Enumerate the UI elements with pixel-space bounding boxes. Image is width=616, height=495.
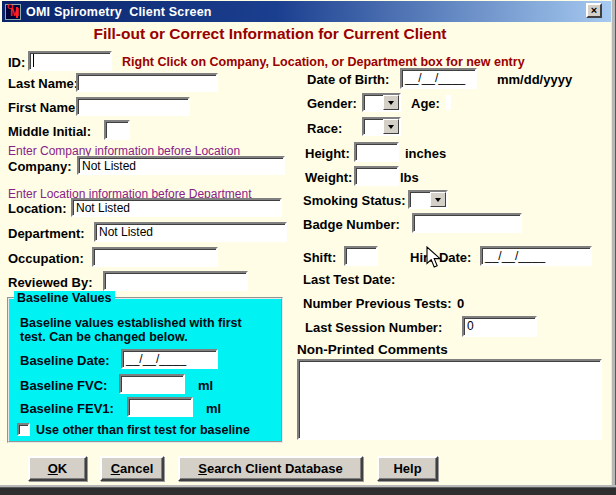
baseline-fev1-unit: ml [206,401,221,416]
department-label: Department: [8,226,85,241]
occupation-label: Occupation: [8,251,84,266]
hire-date-input[interactable]: __/__/____ [480,246,592,266]
chevron-down-icon [388,125,394,132]
cancel-button-label: Cancel [102,461,162,476]
app-icon: O M [5,4,21,20]
help-button-label: Help [379,461,436,476]
baseline-checkbox[interactable] [17,423,30,436]
baseline-date-input[interactable]: __/__/____ [121,349,218,369]
ok-button-label: OK [30,461,85,476]
age-label: Age: [411,96,440,111]
baseline-checkbox-label[interactable]: Use other than first test for baseline [36,423,250,437]
race-dropdown-value [364,119,383,134]
smoking-status-label: Smoking Status: [303,193,406,208]
search-button-label: Search Client Database [180,461,361,476]
page-title: Fill-out or Correct Information for Curr… [0,25,540,43]
last-session-label: Last Session Number: [305,320,442,335]
baseline-description-line1: Baseline values established with first [20,316,242,330]
comments-label: Non-Printed Comments [297,342,448,357]
race-label: Race: [307,121,342,136]
weight-input[interactable] [354,166,399,186]
mouse-cursor-icon [426,246,442,269]
weight-unit-label: lbs [400,170,419,185]
prev-tests-label: Number Previous Tests: [303,296,452,311]
client-screen-dialog: O M OMI Spirometry Client Screen × Fill-… [0,0,616,495]
dob-input[interactable]: __/__/____ [400,68,477,89]
location-input[interactable]: Not Listed [71,198,282,217]
close-button[interactable]: × [586,3,602,18]
smoking-status-dropdown[interactable] [408,190,448,209]
height-input[interactable] [354,142,399,162]
smoking-status-dropdown-button[interactable] [430,192,446,207]
ok-button[interactable]: OK [28,456,87,481]
location-label: Location: [8,201,67,216]
gender-dropdown-value [364,95,383,110]
department-input[interactable]: Not Listed [94,222,287,242]
middle-initial-input[interactable] [104,120,130,140]
last-session-input[interactable]: 0 [462,316,537,337]
baseline-fev1-label: Baseline FEV1: [20,401,114,416]
badge-number-input[interactable] [412,213,522,233]
close-icon: × [591,5,597,16]
height-unit-label: inches [405,146,446,161]
baseline-fvc-unit: ml [198,378,213,393]
gender-dropdown[interactable] [362,93,401,112]
dob-format-label: mm/dd/yyyy [497,72,572,87]
baseline-fev1-input[interactable] [127,397,193,417]
badge-number-label: Badge Number: [303,217,400,232]
race-dropdown-button[interactable] [383,119,399,134]
reviewed-by-input[interactable] [103,271,248,291]
chevron-down-icon [388,101,394,108]
baseline-fvc-label: Baseline FVC: [20,378,107,393]
instruction-text: Right Click on Company, Location, or Dep… [122,55,525,69]
race-dropdown[interactable] [362,117,401,136]
company-label: Company: [8,159,72,174]
window-border-right [611,0,616,489]
window-title: OMI Spirometry Client Screen [26,5,212,19]
baseline-date-label: Baseline Date: [20,353,110,368]
comments-textarea[interactable] [297,359,602,440]
search-client-database-button[interactable]: Search Client Database [178,456,363,481]
height-label: Height: [305,146,350,161]
weight-label: Weight: [305,170,352,185]
middle-initial-label: Middle Initial: [8,124,91,139]
gender-label: Gender: [307,96,357,111]
reviewed-by-label: Reviewed By: [8,275,93,290]
last-test-date-label: Last Test Date: [303,272,395,287]
id-input[interactable] [28,51,112,71]
smoking-status-dropdown-value [410,192,430,207]
shift-input[interactable] [344,246,378,266]
last-name-input[interactable] [76,73,218,92]
baseline-group-title: Baseline Values [14,291,115,305]
age-value-area [446,95,451,110]
help-button[interactable]: Help [377,456,438,481]
last-name-label: Last Name: [8,76,78,91]
desktop-background [0,488,616,495]
dob-label: Date of Birth: [307,72,389,87]
prev-tests-value: 0 [457,296,464,311]
first-name-input[interactable] [76,97,190,116]
id-label: ID: [8,55,25,70]
baseline-description-line2: test. Can be changed below. [20,330,188,344]
baseline-values-group: Baseline Values Baseline values establis… [7,297,283,443]
chevron-down-icon [435,198,441,205]
text-caret [33,54,34,67]
first-name-label: First Name: [8,100,80,115]
gender-dropdown-button[interactable] [383,95,399,110]
app-icon-bar [16,7,18,18]
company-input[interactable]: Not Listed [77,156,285,175]
baseline-fvc-input[interactable] [119,374,185,394]
titlebar[interactable]: O M OMI Spirometry Client Screen [2,1,611,22]
cancel-button[interactable]: Cancel [100,456,164,481]
occupation-input[interactable] [92,247,218,267]
shift-label: Shift: [303,250,336,265]
